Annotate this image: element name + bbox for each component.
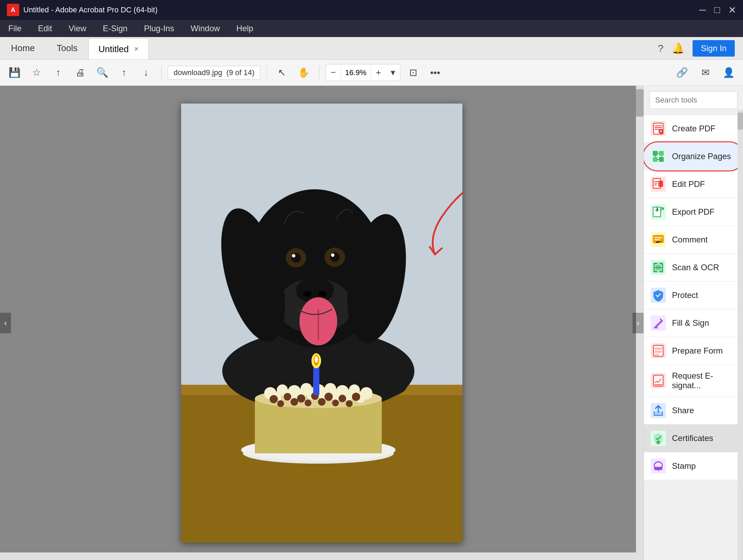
window-title: Untitled - Adobe Acrobat Pro DC (64-bit) [23,5,699,14]
svg-point-53 [318,398,326,406]
tab-home[interactable]: Home [0,37,46,59]
sign-in-button[interactable]: Sign In [693,40,735,57]
prepare-form-icon [651,343,666,358]
export-pdf-label: Export PDF [672,207,715,217]
search-tools-box [644,86,743,115]
minimize-button[interactable]: ─ [699,4,706,16]
share-icon[interactable]: ↑ [115,64,133,82]
menu-window[interactable]: Window [188,22,223,35]
tool-item-prepare-form[interactable]: Prepare Form [644,337,743,365]
svg-rect-74 [655,351,662,353]
share-label: Share [672,406,694,415]
svg-rect-75 [655,354,659,355]
search-tools-input[interactable] [649,91,738,109]
bookmark-icon[interactable]: ☆ [27,64,45,82]
right-panel-scrollbar[interactable] [738,110,743,560]
search-icon[interactable]: 🔍 [93,64,111,82]
svg-point-50 [277,400,284,407]
zoom-level[interactable]: 16.9% [341,65,371,80]
zoom-in-button[interactable]: + [371,64,386,81]
svg-point-44 [284,393,291,401]
menu-file[interactable]: File [5,22,24,35]
comment-icon [651,232,666,247]
save-icon[interactable]: 💾 [5,64,23,82]
tab-bar: Home Tools Untitled × ? 🔔 Sign In [0,37,743,60]
next-page-button[interactable]: › [633,313,644,333]
window-controls[interactable]: ─ □ ✕ [699,4,736,16]
file-info: download9.jpg (9 of 14) [168,66,260,80]
toolbar-right-icons: 🔗 ✉ 👤 [673,64,738,82]
svg-point-54 [332,400,339,406]
svg-point-16 [330,252,340,262]
comment-label: Comment [672,235,708,245]
horizontal-scrollbar[interactable] [0,552,636,560]
tool-item-create-pdf[interactable]: Create PDF [644,115,743,143]
organize-pages-label: Organize Pages [672,152,731,161]
tool-item-stamp[interactable]: Stamp [644,452,743,480]
tab-document[interactable]: Untitled × [89,38,149,59]
svg-rect-63 [659,151,664,156]
protect-label: Protect [672,290,698,300]
share-icon [651,403,666,418]
title-bar: A Untitled - Adobe Acrobat Pro DC (64-bi… [0,0,743,20]
edit-pdf-label: Edit PDF [672,179,705,189]
menu-view[interactable]: View [66,22,89,35]
stamp-icon [651,458,666,474]
main-content: ‹ [0,86,743,560]
maximize-button[interactable]: □ [714,4,720,16]
scrollbar-thumb[interactable] [636,89,644,117]
help-icon[interactable]: ? [658,43,664,54]
tool-item-share[interactable]: Share [644,397,743,425]
select-tool-icon[interactable]: ↖ [273,64,291,82]
zoom-out-button[interactable]: − [326,64,341,81]
print-icon[interactable]: 🖨 [71,64,89,82]
svg-rect-56 [313,364,319,395]
zoom-dropdown-button[interactable]: ▾ [386,64,400,81]
right-panel: Create PDF Organize Pages [644,86,743,560]
upload-icon[interactable]: ↑ [49,64,67,82]
link-icon[interactable]: 🔗 [673,64,691,82]
tool-item-protect[interactable]: Protect [644,282,743,309]
more-icon[interactable]: ••• [426,64,444,82]
menu-esign[interactable]: E-Sign [100,22,130,35]
tool-item-export-pdf[interactable]: Export PDF [644,198,743,226]
prev-page-button[interactable]: ‹ [0,313,11,333]
tool-item-comment[interactable]: Comment [644,226,743,254]
pdf-viewer[interactable]: ‹ [0,86,644,560]
svg-point-43 [270,395,278,403]
create-pdf-label: Create PDF [672,124,716,133]
tab-tools[interactable]: Tools [46,37,89,59]
organize-pages-icon [651,149,666,164]
request-esignature-label: Request E-signat... [672,371,736,390]
tool-item-organize-pages[interactable]: Organize Pages [644,143,743,170]
tool-item-fill-sign[interactable]: Fill & Sign [644,309,743,337]
hand-tool-icon[interactable]: ✋ [295,64,313,82]
svg-point-7 [303,291,311,297]
tab-close-button[interactable]: × [134,45,139,53]
svg-rect-65 [659,157,664,162]
prepare-form-label: Prepare Form [672,346,723,356]
svg-point-48 [339,395,346,402]
menu-plugins[interactable]: Plug-Ins [141,22,177,35]
tool-item-edit-pdf[interactable]: Edit PDF [644,170,743,198]
account-icon[interactable]: 👤 [720,64,738,82]
svg-rect-62 [653,151,658,156]
svg-point-47 [325,393,333,401]
notifications-icon[interactable]: 🔔 [672,42,684,54]
tool-item-request-esignature[interactable]: Request E-signat... [644,365,743,397]
tool-item-scan-ocr[interactable]: Scan & OCR [644,254,743,282]
menu-edit[interactable]: Edit [35,22,55,35]
tools-list: Create PDF Organize Pages [644,115,743,560]
close-button[interactable]: ✕ [728,4,736,16]
separator-3 [319,66,319,80]
download-icon[interactable]: ↓ [137,64,155,82]
menu-bar: File Edit View E-Sign Plug-Ins Window He… [0,20,743,37]
scan-ocr-label: Scan & OCR [672,263,719,272]
zoom-control[interactable]: − 16.9% + ▾ [326,64,400,81]
right-panel-scrollbar-thumb[interactable] [738,112,743,130]
tool-item-certificates[interactable]: Certificates [644,425,743,452]
menu-help[interactable]: Help [234,22,256,35]
email-icon[interactable]: ✉ [696,64,714,82]
fit-page-icon[interactable]: ⊡ [404,64,422,82]
svg-point-52 [305,400,311,406]
